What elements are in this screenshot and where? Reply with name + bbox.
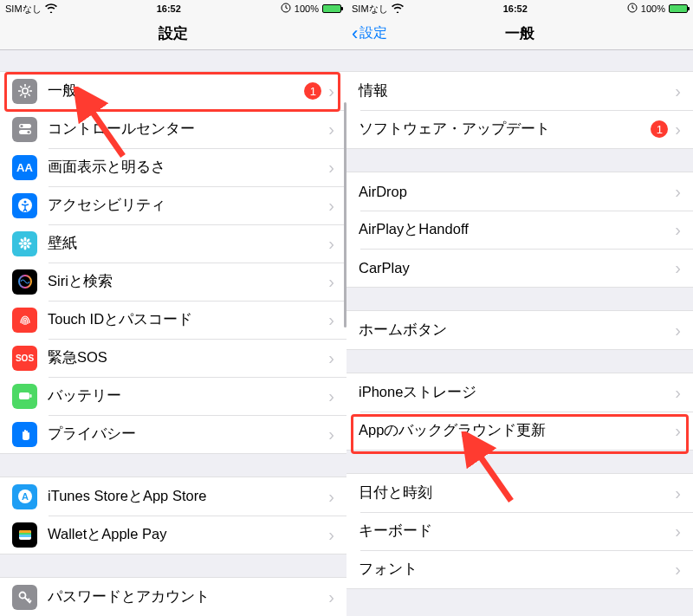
chevron-right-icon: › bbox=[675, 81, 681, 101]
row-label: プライバシー bbox=[48, 425, 328, 444]
access-icon bbox=[12, 193, 37, 218]
gear-icon bbox=[12, 79, 37, 104]
chevron-right-icon: › bbox=[328, 81, 334, 101]
row-label: 画面表示と明るさ bbox=[48, 158, 328, 177]
general-list[interactable]: 情報›ソフトウェア・アップデート1›AirDrop›AirPlayとHandof… bbox=[346, 50, 693, 616]
settings-row[interactable]: キーボード› bbox=[346, 512, 693, 550]
settings-row[interactable]: アクセシビリティ› bbox=[0, 186, 346, 224]
toggles-icon bbox=[12, 117, 37, 142]
settings-row[interactable]: CarPlay› bbox=[346, 249, 693, 287]
settings-row[interactable]: 一般1› bbox=[0, 72, 346, 110]
chevron-right-icon: › bbox=[328, 348, 334, 368]
row-label: Touch IDとパスコード bbox=[48, 310, 328, 329]
flower-icon bbox=[12, 231, 37, 256]
settings-row[interactable]: 日付と時刻› bbox=[346, 474, 693, 512]
AA-icon: AA bbox=[12, 155, 37, 180]
battery-icon bbox=[322, 4, 341, 13]
settings-screen: SIMなし 16:52 100% 設定 一般1›コントロールセンター›AA画面表… bbox=[0, 0, 346, 616]
settings-row[interactable]: SOS緊急SOS› bbox=[0, 339, 346, 377]
page-title: 一般 bbox=[505, 23, 534, 43]
settings-row[interactable]: Appのバックグラウンド更新› bbox=[346, 412, 693, 450]
settings-row[interactable]: ソフトウェア・アップデート1› bbox=[346, 110, 693, 148]
settings-row[interactable]: Touch IDとパスコード› bbox=[0, 301, 346, 339]
settings-row[interactable]: Siriと検索› bbox=[0, 263, 346, 301]
settings-row[interactable]: フォント› bbox=[346, 550, 693, 588]
settings-row[interactable]: iPhoneストレージ› bbox=[346, 373, 693, 412]
chevron-right-icon: › bbox=[675, 421, 681, 441]
svg-rect-27 bbox=[29, 394, 31, 398]
settings-row[interactable]: コントロールセンター› bbox=[0, 110, 346, 148]
status-bar: SIMなし 16:52 100% bbox=[0, 0, 346, 17]
settings-list[interactable]: 一般1›コントロールセンター›AA画面表示と明るさ›アクセシビリティ›壁紙›Si… bbox=[0, 50, 346, 616]
row-label: コントロールセンター bbox=[48, 120, 328, 139]
settings-row[interactable]: 情報› bbox=[346, 72, 693, 110]
row-label: AirDrop bbox=[359, 184, 675, 200]
svg-point-19 bbox=[18, 243, 23, 245]
SOS-icon: SOS bbox=[12, 346, 37, 371]
page-title: 設定 bbox=[159, 23, 188, 43]
chevron-left-icon: ‹ bbox=[352, 24, 358, 43]
battery-pct: 100% bbox=[295, 3, 319, 14]
chevron-right-icon: › bbox=[328, 386, 334, 406]
svg-point-16 bbox=[23, 242, 27, 245]
chevron-right-icon: › bbox=[675, 560, 681, 580]
notification-badge: 1 bbox=[304, 82, 321, 100]
siri-icon bbox=[12, 269, 37, 295]
svg-point-23 bbox=[25, 238, 29, 243]
chevron-right-icon: › bbox=[675, 258, 681, 278]
row-label: AirPlayとHandoff bbox=[359, 220, 675, 239]
key-icon bbox=[12, 585, 37, 610]
svg-point-17 bbox=[23, 237, 26, 242]
settings-row[interactable]: パスワードとアカウント› bbox=[0, 578, 346, 616]
chevron-right-icon: › bbox=[328, 272, 334, 292]
row-label: Siriと検索 bbox=[48, 272, 328, 291]
svg-point-1 bbox=[22, 88, 27, 94]
chevron-right-icon: › bbox=[675, 220, 681, 240]
svg-point-18 bbox=[23, 246, 26, 250]
svg-rect-33 bbox=[19, 535, 31, 537]
settings-row[interactable]: AirDrop› bbox=[346, 172, 693, 211]
row-label: バッテリー bbox=[48, 386, 328, 405]
row-label: WalletとApple Pay bbox=[48, 525, 328, 544]
settings-row[interactable]: AA画面表示と明るさ› bbox=[0, 148, 346, 186]
row-label: キーボード bbox=[359, 522, 675, 541]
chevron-right-icon: › bbox=[328, 587, 334, 607]
svg-point-34 bbox=[19, 593, 25, 599]
chevron-right-icon: › bbox=[328, 310, 334, 330]
battery-pct: 100% bbox=[641, 3, 665, 14]
svg-point-13 bbox=[27, 131, 29, 133]
clock-text: 16:52 bbox=[503, 3, 528, 14]
chevron-right-icon: › bbox=[328, 196, 334, 216]
chevron-right-icon: › bbox=[328, 525, 334, 545]
svg-point-24 bbox=[19, 244, 23, 249]
nav-bar: 設定 bbox=[0, 17, 346, 50]
svg-point-21 bbox=[19, 238, 23, 243]
row-label: 一般 bbox=[48, 81, 304, 101]
svg-point-20 bbox=[27, 243, 31, 245]
svg-line-7 bbox=[28, 94, 29, 96]
clock-text: 16:52 bbox=[157, 3, 181, 14]
chevron-right-icon: › bbox=[328, 487, 334, 507]
settings-row[interactable]: ホームボタン› bbox=[346, 311, 693, 349]
settings-row[interactable]: WalletとApple Pay› bbox=[0, 515, 346, 554]
notification-badge: 1 bbox=[651, 120, 668, 138]
chevron-right-icon: › bbox=[328, 158, 334, 178]
settings-row[interactable]: 壁紙› bbox=[0, 224, 346, 263]
row-label: 情報 bbox=[359, 81, 675, 101]
wallet-icon bbox=[12, 522, 37, 548]
battery-icon bbox=[12, 384, 37, 409]
back-button[interactable]: ‹ 設定 bbox=[352, 24, 387, 43]
row-label: Appのバックグラウンド更新 bbox=[359, 421, 675, 440]
settings-row[interactable]: AirPlayとHandoff› bbox=[346, 211, 693, 249]
settings-row[interactable]: プライバシー› bbox=[0, 415, 346, 453]
touchid-icon bbox=[12, 308, 37, 333]
settings-row[interactable]: AiTunes StoreとApp Store› bbox=[0, 477, 346, 515]
chevron-right-icon: › bbox=[328, 425, 334, 444]
svg-point-11 bbox=[20, 125, 23, 127]
svg-rect-26 bbox=[19, 392, 29, 399]
chevron-right-icon: › bbox=[675, 182, 681, 202]
row-label: パスワードとアカウント bbox=[48, 587, 328, 606]
row-label: 日付と時刻 bbox=[359, 483, 675, 503]
row-label: 緊急SOS bbox=[48, 348, 328, 367]
settings-row[interactable]: バッテリー› bbox=[0, 377, 346, 415]
